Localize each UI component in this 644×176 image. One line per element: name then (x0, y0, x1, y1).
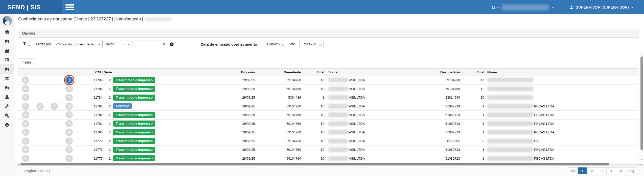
pagination-seg[interactable]: Seg (626, 167, 637, 174)
conhecimentos-table: CNH Série Emissão Remetente Filial Socia… (18, 68, 638, 163)
copy-row-button[interactable] (65, 111, 73, 119)
sidebar-item-home[interactable] (0, 27, 14, 36)
cell-cnh: 11783 (77, 104, 104, 108)
user-menu[interactable]: SUPERVISOR (SUPERVISOR) ▼ (569, 5, 633, 9)
chevron-down-icon: ▼ (631, 6, 633, 9)
view-row-button[interactable] (22, 129, 29, 136)
sidebar-item-chart[interactable] (0, 46, 14, 55)
scroll-left-icon[interactable]: ◀ (18, 163, 19, 165)
view-row-button[interactable] (22, 94, 29, 101)
cell-cnh: 11779 (77, 139, 104, 143)
copy-icon (67, 96, 71, 99)
pagination-2[interactable]: 2 (587, 167, 597, 174)
view-row-button[interactable] (22, 76, 29, 84)
status-badge: Transmitido e impresso (113, 155, 155, 161)
copy-row-button[interactable] (65, 103, 73, 110)
cell-emissao: 29/09/25 (171, 87, 258, 91)
hscroll-thumb[interactable] (20, 163, 609, 165)
user-icon (569, 5, 574, 9)
copy-row-button[interactable] (65, 94, 73, 101)
view-row-button[interactable] (22, 146, 29, 153)
page-info: Página 1 de 63 (24, 169, 50, 173)
status-badge: Transmitido e impresso (113, 147, 155, 153)
table-row: 117772Transmitido e impresso28/09/255910… (18, 154, 638, 163)
cell-filial: 10 (304, 78, 327, 82)
date-to-input[interactable] (301, 42, 317, 46)
cell-remetente: 59104760 (258, 139, 304, 143)
calendar-icon (281, 42, 284, 46)
sidebar-item-wrench[interactable] (0, 102, 14, 111)
sidebar-item-road[interactable] (0, 92, 14, 102)
redacted-text (328, 130, 348, 135)
pagination-5[interactable]: 5 (616, 167, 626, 174)
company-prefix: (1) - (492, 5, 499, 9)
cell-nome: DA (487, 139, 639, 143)
app-logo[interactable] (0, 14, 14, 27)
status-badge: Transmitido e impresso (113, 138, 155, 144)
scroll-right-icon[interactable]: ▶ (641, 163, 642, 165)
scroll-up-icon[interactable]: ▲ (641, 53, 643, 56)
header-destinatario: Destinatário (431, 70, 463, 74)
hamburger-menu-icon[interactable] (65, 4, 74, 10)
cell-filial: 10 (304, 87, 327, 91)
table-header-row: CNH Série Emissão Remetente Filial Socia… (18, 68, 638, 76)
inserir-button[interactable]: Inserir (18, 58, 35, 66)
copy-row-button[interactable] (65, 155, 73, 162)
filter-value-input[interactable] (135, 41, 167, 48)
pagination-current-page[interactable]: 1 (578, 167, 587, 174)
sidebar-item-gears[interactable] (0, 111, 14, 120)
header-remetente: Remetente (258, 70, 304, 74)
search-icon (24, 113, 28, 117)
cell-serie: 2 (104, 96, 112, 99)
cell-filial-destino: 1 (463, 130, 487, 134)
view-row-button[interactable] (22, 85, 29, 93)
sidebar-item-money[interactable] (0, 74, 14, 83)
cell-destinatario: 59104760 (431, 78, 463, 82)
edit-row-button[interactable] (36, 103, 44, 110)
scroll-down-icon[interactable]: ▼ (641, 158, 643, 161)
copy-row-button[interactable] (65, 85, 73, 93)
cell-social: ASIL LTDA (327, 139, 431, 143)
valor-label: valor (106, 42, 114, 46)
copy-row-button[interactable] (65, 146, 73, 153)
view-row-button[interactable] (22, 137, 29, 145)
cell-serie: 2 (104, 130, 112, 134)
table-row: 117862Transmitido e impresso29/09/255910… (18, 76, 638, 85)
copy-row-button[interactable] (65, 137, 73, 145)
date-from-input[interactable] (263, 42, 280, 46)
view-row-button[interactable] (22, 111, 29, 119)
vertical-scrollbar[interactable]: ▲ ▼ (640, 53, 643, 161)
options-panel-title: Opções (18, 29, 639, 38)
view-row-button[interactable] (22, 155, 29, 162)
filter-dropdown-button[interactable]: ▼ (23, 42, 30, 47)
pagination-4[interactable]: 4 (607, 167, 616, 174)
table-row: 117782Transmitido e impresso28/09/255910… (18, 145, 638, 154)
sidebar-item-truck[interactable] (0, 36, 14, 46)
ate-label: até (290, 42, 295, 46)
copy-row-button[interactable] (65, 129, 73, 136)
vscroll-thumb[interactable] (640, 56, 643, 150)
cell-emissao: 29/09/25 (171, 130, 258, 134)
money-icon (5, 76, 10, 81)
chevron-down-icon[interactable]: ▼ (552, 6, 554, 9)
plus-circle-icon (170, 42, 174, 46)
sidebar-item-truck[interactable] (0, 64, 14, 74)
sidebar-item-printer[interactable] (0, 120, 14, 130)
copy-row-button[interactable] (65, 120, 73, 127)
view-row-button[interactable] (22, 120, 29, 127)
pagination-3[interactable]: 3 (597, 167, 607, 174)
copy-row-button[interactable] (65, 76, 73, 84)
copy-icon (67, 130, 71, 134)
sidebar-item-truck[interactable] (0, 83, 14, 92)
view-row-button[interactable] (22, 103, 29, 110)
app-brand[interactable]: SEND | SIS (0, 0, 62, 14)
filter-field-select[interactable]: Código do conhecimento ▼ (54, 41, 103, 48)
cell-nome (487, 95, 639, 100)
sidebar-item-newspaper[interactable] (0, 55, 14, 64)
add-filter-button[interactable] (170, 42, 174, 46)
redacted-text (328, 95, 348, 100)
delete-row-button[interactable] (51, 103, 58, 110)
redacted-text (487, 112, 533, 117)
operator-select[interactable]: = ▼ (120, 41, 132, 48)
navbar-right: (1) - ▼ SUPERVISOR (SUPERVISOR) ▼ (492, 4, 633, 10)
